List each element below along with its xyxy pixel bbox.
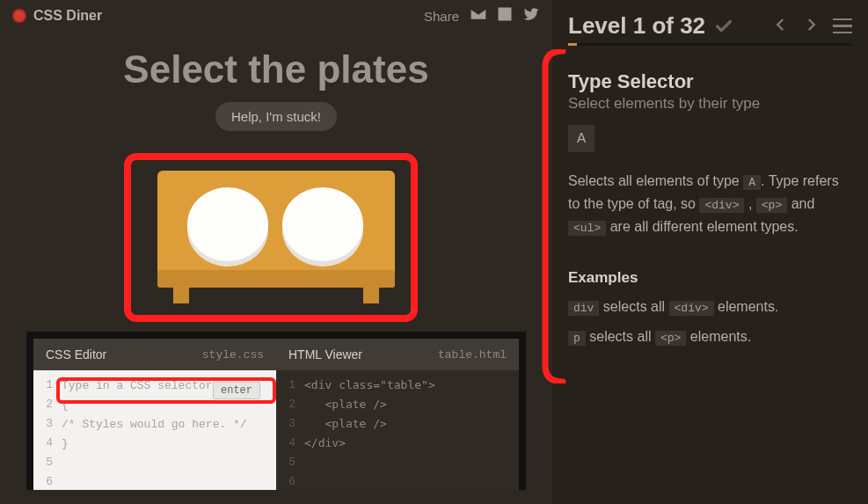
html-viewer: HTML Viewer table.html 1 2 3 4 5 6 <div … [276, 339, 519, 490]
logo-icon [12, 9, 26, 23]
svg-rect-1 [157, 270, 395, 288]
code-token: div [568, 301, 599, 316]
svg-point-5 [187, 187, 268, 261]
main-panel: CSS Diner Share Select the plates Help, … [0, 0, 552, 504]
prev-level-button[interactable] [773, 17, 789, 36]
header: CSS Diner Share [0, 0, 552, 32]
help-stuck-button[interactable]: Help, I'm stuck! [215, 102, 337, 131]
html-viewer-file: table.html [438, 348, 507, 362]
share-group: Share [424, 5, 540, 26]
svg-rect-2 [173, 288, 189, 303]
selector-description: Selects all elements of type A. Type ref… [568, 170, 852, 237]
css-editor-title: CSS Editor [46, 347, 106, 362]
brand[interactable]: CSS Diner [12, 8, 102, 24]
mail-icon[interactable] [470, 5, 487, 26]
enter-button[interactable]: enter [213, 382, 260, 399]
challenge-title: Select the plates [0, 47, 552, 91]
brand-name: CSS Diner [33, 8, 102, 24]
examples-heading: Examples [568, 269, 852, 287]
css-selector-input[interactable] [62, 376, 220, 395]
facebook-icon[interactable] [496, 5, 514, 26]
share-label: Share [424, 9, 459, 24]
css-editor: CSS Editor style.css 1 2 3 4 5 6 enter [33, 339, 276, 490]
code-token: <div> [699, 198, 744, 213]
selector-syntax: A [568, 125, 594, 152]
svg-point-7 [282, 187, 363, 261]
selector-subtitle: Select elements by their type [568, 95, 852, 113]
example-line: div selects all <div> elements. [568, 299, 852, 315]
code-token: <p> [655, 331, 686, 346]
twitter-icon[interactable] [522, 5, 540, 26]
css-gutter: 1 2 3 4 5 6 [33, 370, 58, 492]
help-panel: Level 1 of 32 Type Selector Select eleme… [552, 0, 868, 504]
selector-name: Type Selector [568, 70, 852, 93]
level-title: Level 1 of 32 [568, 12, 705, 40]
code-token: p [568, 331, 586, 346]
code-token: <p> [756, 198, 787, 213]
code-token: <ul> [568, 221, 606, 236]
code-token: A [743, 175, 761, 190]
code-token: <div> [669, 301, 714, 316]
example-line: p selects all <p> elements. [568, 329, 852, 345]
table-illustration [131, 149, 421, 316]
html-viewer-title: HTML Viewer [288, 347, 362, 362]
game-table [0, 149, 552, 316]
html-lines: <div class="table"> <plate /> <plate /> … [301, 370, 519, 492]
level-progress [568, 43, 852, 46]
html-code: <div class="table"> <plate /> <plate /> … [304, 376, 512, 472]
editors: CSS Editor style.css 1 2 3 4 5 6 enter [26, 332, 526, 490]
svg-rect-3 [363, 288, 379, 303]
check-icon [714, 17, 733, 36]
css-editor-file: style.css [202, 348, 264, 362]
html-gutter: 1 2 3 4 5 6 [276, 370, 301, 492]
menu-button[interactable] [833, 18, 852, 34]
css-lines: enter { /* Styles would go here. */ } [58, 370, 276, 492]
next-level-button[interactable] [803, 17, 819, 36]
